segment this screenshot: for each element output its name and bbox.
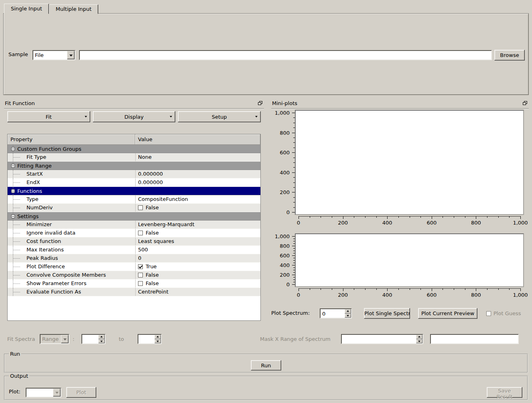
property-group-row[interactable]: Custom Function Groups bbox=[8, 145, 260, 153]
float-panel-icon[interactable] bbox=[258, 101, 262, 105]
mask-spectrum-spinbox[interactable] bbox=[341, 334, 423, 344]
y-tick-label: 1,000 bbox=[275, 233, 290, 239]
column-header[interactable]: Property bbox=[8, 134, 135, 145]
x-tick bbox=[343, 216, 343, 219]
property-name: Fit Type bbox=[8, 153, 135, 161]
checkbox-icon[interactable] bbox=[138, 205, 143, 210]
setup-menu-button[interactable]: Setup bbox=[178, 111, 261, 122]
property-value[interactable]: False bbox=[135, 279, 260, 288]
y-tick bbox=[292, 212, 295, 213]
checkbox-icon[interactable] bbox=[486, 311, 491, 316]
y-tick bbox=[293, 123, 295, 123]
property-group-row[interactable]: Fitting Range bbox=[8, 162, 260, 170]
plot-canvas[interactable] bbox=[295, 233, 524, 287]
checkbox-icon[interactable] bbox=[138, 264, 143, 269]
property-value[interactable]: 0.000000 bbox=[135, 178, 260, 186]
y-tick-label: 800 bbox=[280, 130, 290, 136]
chevron-down-icon[interactable] bbox=[67, 51, 75, 59]
y-tick bbox=[293, 158, 295, 158]
property-row[interactable]: Cost functionLeast squares bbox=[8, 237, 260, 246]
y-tick bbox=[293, 248, 295, 249]
property-value[interactable]: CentrePoint bbox=[135, 288, 260, 296]
output-plot-combo[interactable] bbox=[26, 388, 61, 397]
fit-spectra-from-spinbox[interactable] bbox=[81, 334, 106, 344]
property-row[interactable]: TypeCompositeFunction bbox=[8, 195, 260, 204]
property-value[interactable]: 500 bbox=[135, 246, 260, 254]
x-tick bbox=[487, 216, 487, 218]
property-name: NumDeriv bbox=[8, 204, 135, 212]
plot-canvas[interactable] bbox=[295, 110, 524, 215]
mask-x-range-input[interactable] bbox=[430, 334, 519, 344]
property-row[interactable]: Peak Radius0 bbox=[8, 254, 260, 263]
checkbox-icon[interactable] bbox=[138, 281, 143, 286]
collapse-icon[interactable] bbox=[11, 147, 15, 151]
fit-spectra-mode-combo[interactable]: Range bbox=[40, 334, 69, 344]
run-groupbox: Run Run bbox=[4, 351, 528, 373]
property-row[interactable]: NumDerivFalse bbox=[8, 204, 260, 212]
y-tick bbox=[292, 255, 295, 256]
y-tick bbox=[293, 187, 295, 188]
x-tick bbox=[520, 216, 521, 219]
fit-function-panel: Fit Function Fit Display Setup PropertyV… bbox=[4, 99, 264, 321]
spin-up-icon[interactable] bbox=[154, 335, 161, 339]
property-value[interactable]: True bbox=[135, 263, 260, 271]
plot-guess-checkbox[interactable]: Plot Guess bbox=[486, 310, 521, 316]
property-row[interactable]: Ignore invalid dataFalse bbox=[8, 229, 260, 237]
property-row[interactable]: Plot DifferenceTrue bbox=[8, 263, 260, 271]
property-row[interactable]: MinimizerLevenberg-Marquardt bbox=[8, 221, 260, 229]
property-row[interactable]: StartX0.000000 bbox=[8, 170, 260, 178]
property-value[interactable]: False bbox=[135, 229, 260, 237]
property-value[interactable]: Levenberg-Marquardt bbox=[135, 221, 260, 229]
chevron-down-icon[interactable] bbox=[53, 389, 61, 397]
plot-single-spectrum-button[interactable]: Plot Single Spectrum bbox=[364, 308, 410, 319]
save-result-button[interactable]: Save Result bbox=[487, 387, 522, 398]
spin-up-icon[interactable] bbox=[416, 335, 422, 339]
output-plot-button[interactable]: Plot bbox=[66, 387, 96, 398]
property-value[interactable]: False bbox=[135, 271, 260, 279]
property-row[interactable]: Fit TypeNone bbox=[8, 153, 260, 162]
property-group-row[interactable]: Functions bbox=[8, 187, 260, 195]
float-panel-icon[interactable] bbox=[523, 101, 527, 105]
group-label: Functions bbox=[17, 188, 42, 194]
property-row[interactable]: Max Iterations500 bbox=[8, 246, 260, 254]
display-menu-button[interactable]: Display bbox=[93, 111, 176, 122]
property-value[interactable]: 0.000000 bbox=[135, 170, 260, 178]
property-value[interactable]: 0 bbox=[135, 254, 260, 262]
column-header[interactable]: Value bbox=[135, 134, 260, 145]
property-row[interactable]: Show Parameter ErrorsFalse bbox=[8, 279, 260, 288]
checkbox-icon[interactable] bbox=[138, 231, 143, 235]
fit-spectra-to-spinbox[interactable] bbox=[138, 334, 162, 344]
spin-up-icon[interactable] bbox=[345, 309, 351, 314]
property-row[interactable]: Evaluate Function AsCentrePoint bbox=[8, 288, 260, 296]
browse-button[interactable]: Browse bbox=[494, 50, 525, 61]
property-value[interactable]: False bbox=[135, 204, 260, 212]
x-tick bbox=[398, 216, 399, 218]
spin-down-icon[interactable] bbox=[416, 339, 422, 344]
output-group-title: Output bbox=[9, 373, 29, 379]
y-tick bbox=[292, 113, 295, 113]
spin-down-icon[interactable] bbox=[345, 314, 351, 318]
property-value[interactable]: None bbox=[135, 153, 260, 161]
run-button[interactable]: Run bbox=[251, 360, 281, 371]
collapse-icon[interactable] bbox=[11, 164, 15, 168]
collapse-icon[interactable] bbox=[11, 189, 15, 193]
spin-down-icon[interactable] bbox=[154, 339, 161, 344]
x-tick-label: 600 bbox=[426, 292, 437, 298]
chevron-down-icon[interactable] bbox=[61, 335, 69, 343]
spin-up-icon[interactable] bbox=[98, 335, 105, 339]
property-value[interactable]: CompositeFunction bbox=[135, 195, 260, 203]
property-row[interactable]: EndX0.000000 bbox=[8, 178, 260, 187]
property-group-row[interactable]: Settings bbox=[8, 212, 260, 221]
sample-path-input[interactable] bbox=[79, 50, 492, 60]
property-row[interactable]: Convolve Composite MembersFalse bbox=[8, 271, 260, 279]
tab-single-input[interactable]: Single Input bbox=[4, 4, 49, 14]
plot-current-preview-button[interactable]: Plot Current Preview bbox=[418, 308, 477, 319]
sample-source-combo[interactable]: File bbox=[32, 50, 75, 60]
fit-menu-button[interactable]: Fit bbox=[7, 111, 90, 122]
plot-spectrum-spinbox[interactable]: 0 bbox=[320, 308, 352, 318]
property-value[interactable]: Least squares bbox=[135, 237, 260, 245]
spin-down-icon[interactable] bbox=[98, 339, 105, 344]
collapse-icon[interactable] bbox=[11, 215, 15, 218]
checkbox-icon[interactable] bbox=[138, 273, 143, 277]
tab-multiple-input[interactable]: Multiple Input bbox=[49, 4, 98, 14]
